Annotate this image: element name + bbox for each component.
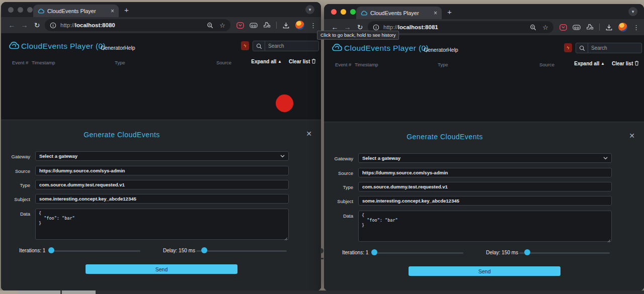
close-icon[interactable]: ✕ <box>306 130 312 137</box>
search-input[interactable] <box>265 43 318 49</box>
expand-all-button[interactable]: Expand all ▲ <box>251 59 282 64</box>
tab-close-icon[interactable]: × <box>434 10 437 16</box>
extension-icons: ⋮ <box>236 21 316 30</box>
nav-generator-link[interactable]: Generator <box>101 45 124 51</box>
cloudevents-page: CloudEvents Player (0) Generator Help ϟ … <box>324 35 644 290</box>
column-source: Source <box>216 60 231 65</box>
profile-avatar[interactable] <box>295 21 304 30</box>
subject-label: Subject <box>1 197 30 202</box>
tab-close-icon[interactable]: × <box>111 8 114 14</box>
recording-indicator <box>276 94 293 112</box>
nav-generator-link[interactable]: Generator <box>424 47 447 53</box>
type-input[interactable] <box>358 182 612 191</box>
delay-label: Delay: 150 ms <box>163 248 195 253</box>
back-icon[interactable]: ← <box>6 21 18 29</box>
subject-label: Subject <box>324 199 353 204</box>
data-textarea[interactable]: { "foo": "bar" } <box>35 209 289 240</box>
titlebar: CloudEvents Player × + ▾ <box>1 2 321 17</box>
address-bar[interactable]: http://localhost:8080 ☆ <box>45 19 230 31</box>
downloads-icon[interactable] <box>605 24 613 31</box>
minimize-window-button[interactable] <box>341 9 346 15</box>
close-icon[interactable]: ✕ <box>629 132 635 139</box>
site-info-icon[interactable] <box>373 24 379 31</box>
cloudevents-page: CloudEvents Player (0) Generator Help ϟ … <box>1 33 321 290</box>
extensions-puzzle-icon[interactable] <box>586 24 594 31</box>
zoom-window-button[interactable] <box>350 9 356 15</box>
background-window-edge <box>320 258 324 259</box>
pocket-extension-icon[interactable] <box>559 24 567 31</box>
site-info-icon[interactable] <box>50 22 56 29</box>
activity-badge-icon[interactable]: ϟ <box>564 43 572 52</box>
resize-grip-icon[interactable] <box>607 239 611 243</box>
nav-help-link[interactable]: Help <box>124 45 135 51</box>
type-input[interactable] <box>35 180 289 189</box>
forward-icon[interactable]: → <box>18 21 31 29</box>
new-tab-button[interactable]: + <box>447 8 452 16</box>
subject-input[interactable] <box>35 194 289 204</box>
url-text[interactable]: http://localhost:8080 <box>60 22 115 28</box>
downloads-icon[interactable] <box>282 22 290 29</box>
clear-list-button[interactable]: Clear list <box>612 60 639 66</box>
resize-grip-icon[interactable] <box>284 237 288 241</box>
clear-list-button[interactable]: Clear list <box>289 58 316 64</box>
browser-tab[interactable]: CloudEvents Player × <box>33 5 119 17</box>
search-input[interactable] <box>588 45 641 51</box>
extension-icons: ⋮ <box>559 23 639 32</box>
generate-cloudevents-modal: Generate CloudEvents ✕ Gateway Select a … <box>324 122 644 290</box>
zoom-page-icon[interactable] <box>207 22 213 29</box>
browser-menu-icon[interactable]: ⋮ <box>310 22 316 29</box>
column-timestamp: Timestamp <box>355 62 378 67</box>
url-text[interactable]: http://localhost:8081 <box>383 24 438 30</box>
goggles-extension-icon[interactable] <box>250 22 258 29</box>
browser-toolbar: ← → ↻ http://localhost:8080 ☆ <box>1 17 321 33</box>
type-label: Type <box>324 184 353 190</box>
activity-badge-icon[interactable]: ϟ <box>241 41 249 50</box>
tab-search-chevron-icon[interactable]: ▾ <box>305 5 314 14</box>
delay-slider-track[interactable] <box>196 250 287 252</box>
iterations-slider-thumb[interactable] <box>371 249 377 255</box>
bookmark-star-icon[interactable]: ☆ <box>219 22 225 29</box>
tab-search-chevron-icon[interactable]: ▾ <box>628 7 637 16</box>
forward-icon[interactable]: → <box>341 23 354 31</box>
new-tab-button[interactable]: + <box>124 6 129 14</box>
reload-icon[interactable]: ↻ <box>31 21 43 29</box>
address-bar-actions: ☆ <box>207 22 225 29</box>
expand-all-button[interactable]: Expand all ▲ <box>574 61 605 66</box>
generate-cloudevents-modal: Generate CloudEvents ✕ Gateway Select a … <box>1 120 321 290</box>
send-button[interactable]: Send <box>409 266 560 276</box>
gateway-select[interactable]: Select a gateway <box>358 153 612 163</box>
delay-slider-thumb[interactable] <box>201 247 207 253</box>
delay-slider-thumb[interactable] <box>524 249 530 255</box>
triangle-up-icon: ▲ <box>278 59 282 64</box>
zoom-page-icon[interactable] <box>530 24 536 31</box>
source-input[interactable] <box>35 166 289 175</box>
goggles-extension-icon[interactable] <box>573 24 581 31</box>
delay-slider-track[interactable] <box>519 252 610 254</box>
browser-tab[interactable]: CloudEvents Player × <box>356 7 442 19</box>
iterations-slider-thumb[interactable] <box>48 247 54 253</box>
search-icon <box>576 43 588 53</box>
bookmark-star-icon[interactable]: ☆ <box>542 24 548 31</box>
back-icon[interactable]: ← <box>329 23 341 31</box>
toolbar-divider <box>599 24 600 31</box>
close-window-button[interactable] <box>331 9 337 15</box>
nav-help-link[interactable]: Help <box>447 47 458 53</box>
column-event: Event # <box>335 62 351 67</box>
source-label: Source <box>1 168 30 174</box>
source-input[interactable] <box>358 168 612 177</box>
send-button[interactable]: Send <box>86 264 237 274</box>
subject-input[interactable] <box>358 196 612 206</box>
iterations-slider-track[interactable] <box>48 250 140 252</box>
zoom-window-button[interactable] <box>27 7 33 13</box>
pocket-extension-icon[interactable] <box>236 22 244 29</box>
gateway-select[interactable]: Select a gateway <box>35 151 289 161</box>
minimize-window-button[interactable] <box>18 7 23 13</box>
tab-favicon-cloud-icon <box>361 11 367 16</box>
close-window-button[interactable] <box>8 7 14 13</box>
reload-icon[interactable]: ↻ <box>354 23 366 31</box>
data-textarea[interactable]: { "foo": "bar" } <box>358 211 612 242</box>
profile-avatar[interactable] <box>618 23 627 32</box>
extensions-puzzle-icon[interactable] <box>263 22 271 29</box>
browser-menu-icon[interactable]: ⋮ <box>633 24 639 31</box>
iterations-slider-track[interactable] <box>371 252 463 254</box>
